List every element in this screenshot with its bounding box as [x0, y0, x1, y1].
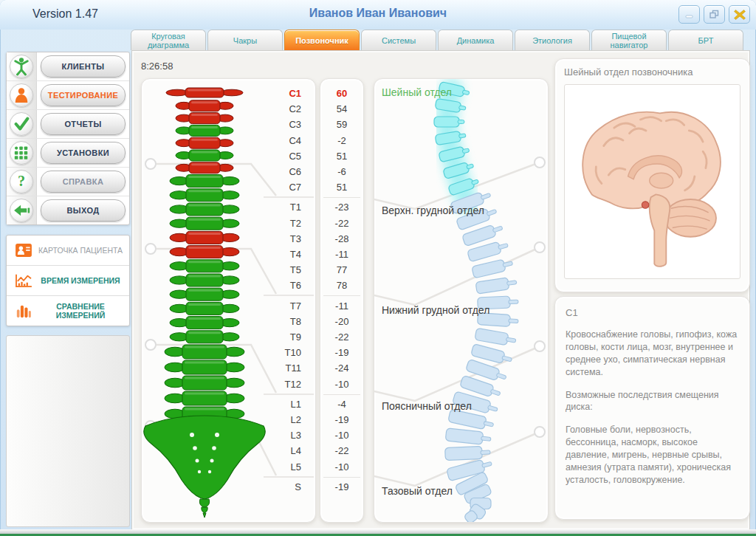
lateral-vertebra [445, 446, 491, 461]
front-vertebra-T9[interactable] [170, 288, 239, 300]
section-label-cervical[interactable]: Шейный отдел [382, 86, 452, 98]
tab-dynamics[interactable]: Динамика [438, 30, 513, 50]
vertebra-label-L5[interactable]: L5 [252, 461, 306, 474]
vertebra-label-T1[interactable]: T1 [252, 201, 306, 214]
settings-button[interactable]: УСТАНОВКИ [41, 142, 126, 164]
front-vertebra-T8[interactable] [170, 274, 239, 286]
front-vertebra-T5[interactable] [170, 231, 239, 244]
section-label-pelvic[interactable]: Тазовый отдел [382, 485, 453, 497]
close-button[interactable] [729, 5, 750, 24]
tab-chakras[interactable]: Чакры [207, 30, 283, 50]
section-label-lumbar[interactable]: Поясничный отдел [382, 400, 472, 412]
lateral-vertebra [472, 258, 514, 278]
lateral-vertebra [434, 117, 464, 127]
vertebra-label-T3[interactable]: T3 [252, 233, 306, 246]
front-vertebra-T6[interactable] [170, 246, 239, 258]
vertebra-label-T5[interactable]: T5 [252, 264, 306, 277]
vertebra-label-T2[interactable]: T2 [252, 217, 306, 230]
vertebra-label-C5[interactable]: C5 [252, 150, 306, 163]
reports-button[interactable]: ОТЧЕТЫ [41, 113, 126, 135]
vertebra-label-T9[interactable]: T9 [252, 331, 306, 344]
front-vertebra-T10[interactable] [170, 302, 239, 315]
testing-button[interactable]: ТЕСТИРОВАНИЕ [41, 84, 126, 106]
vertebra-label-C2[interactable]: C2 [252, 103, 306, 116]
front-vertebra-L3[interactable] [165, 376, 244, 390]
group-separator [323, 295, 360, 296]
front-connector-dot [145, 340, 156, 350]
front-vertebra-L1[interactable] [165, 345, 244, 359]
vertebra-label-T4[interactable]: T4 [252, 248, 306, 261]
front-vertebra-L2[interactable] [165, 360, 244, 374]
sidebar-item-help: ?СПРАВКА [7, 168, 129, 196]
front-vertebra-T12[interactable] [170, 331, 239, 343]
front-vertebra-T2[interactable] [170, 189, 239, 202]
front-vertebra-T4[interactable] [170, 217, 239, 230]
sidebar-item-settings: УСТАНОВКИ [7, 139, 129, 168]
exit-button[interactable]: ВЫХОД [41, 199, 126, 221]
vertebra-label-T8[interactable]: T8 [252, 315, 306, 329]
vertebra-value-L4: -22 [320, 444, 363, 458]
section-info-heading: Шейный отдел позвоночника [564, 66, 740, 78]
minimize-icon [684, 10, 695, 19]
vertebra-label-L3[interactable]: L3 [252, 429, 306, 442]
vertebra-values-panel: 605459-251-651-23-22-28-117778-11-20-22-… [320, 78, 364, 523]
vertebra-label-S[interactable]: S [252, 481, 306, 494]
compare-bars-icon [11, 303, 36, 319]
clients-button[interactable]: КЛИЕНТЫ [41, 55, 126, 78]
vertebra-label-L2[interactable]: L2 [252, 413, 306, 427]
tab-food-navigator[interactable]: Пищевой навигатор [591, 30, 667, 50]
icon-cell [7, 52, 37, 80]
vertebra-label-C4[interactable]: C4 [252, 134, 306, 148]
lateral-vertebra [445, 428, 491, 445]
front-vertebra-C4[interactable] [176, 125, 233, 136]
front-vertebra-L4[interactable] [165, 391, 244, 405]
front-vertebra-C7[interactable] [176, 162, 233, 173]
vertebra-label-T10[interactable]: T10 [252, 346, 306, 360]
front-vertebra-C5[interactable] [176, 137, 233, 148]
front-connector-dot [145, 159, 156, 169]
vertebra-label-L1[interactable]: L1 [252, 398, 306, 411]
section-label-upper-thoracic[interactable]: Верхн. грудной отдел [382, 205, 484, 216]
help-button[interactable]: СПРАВКА [41, 171, 126, 193]
front-vertebra-C2[interactable] [176, 100, 233, 111]
tool-measurement-time[interactable]: ВРЕМЯ ИЗМЕРЕНИЯ [7, 266, 129, 296]
tool-measurement-compare[interactable]: СРАВНЕНИЕ ИЗМЕРЕНИЙ [7, 296, 129, 326]
front-vertebra-C3[interactable] [176, 113, 233, 124]
front-vertebra-C1[interactable] [166, 88, 243, 97]
restore-button[interactable] [704, 5, 725, 24]
vertebra-value-C7: 51 [320, 181, 363, 194]
tab-circle-diagram[interactable]: Круговая диаграмма [131, 30, 206, 50]
front-vertebra-T3[interactable] [170, 203, 239, 216]
tab-spine[interactable]: Позвоночник [284, 30, 360, 50]
patient-card-icon [11, 243, 36, 258]
patient-name: Иванов Иван Иванович [0, 7, 756, 20]
minimize-button[interactable] [678, 5, 700, 24]
front-vertebra-T7[interactable] [170, 260, 239, 272]
timestamp: 8:26:58 [141, 61, 173, 72]
check-icon [10, 112, 33, 136]
lateral-vertebra [475, 276, 518, 294]
vertebra-label-C6[interactable]: C6 [252, 165, 306, 179]
front-sacrum[interactable] [144, 416, 265, 518]
section-label-lower-thoracic[interactable]: Нижний грудной отдел [382, 304, 489, 316]
vertebra-label-T11[interactable]: T11 [252, 362, 306, 375]
tab-etiology[interactable]: Этиология [515, 30, 590, 50]
vertebra-label-T6[interactable]: T6 [252, 279, 306, 292]
tab-brt[interactable]: БРТ [668, 30, 743, 50]
vertebra-label-C1[interactable]: C1 [252, 87, 306, 100]
tool-patient-card[interactable]: КАРТОЧКА ПАЦИЕНТА [7, 236, 129, 266]
vertebra-info-panel: C1 Кровоснабжение головы, гипофиз, кожа … [554, 296, 750, 520]
vertebra-label-C3[interactable]: C3 [252, 118, 306, 131]
testing-person-icon [10, 83, 33, 107]
front-vertebra-T11[interactable] [170, 317, 239, 329]
front-vertebra-T1[interactable] [170, 175, 239, 188]
tab-systems[interactable]: Системы [361, 30, 436, 50]
vertebra-label-C7[interactable]: C7 [252, 181, 306, 194]
vertebra-label-L4[interactable]: L4 [252, 444, 306, 458]
brain-illustration [566, 92, 739, 272]
front-vertebra-C6[interactable] [176, 150, 233, 161]
vertebra-label-T7[interactable]: T7 [252, 300, 306, 313]
icon-cell [7, 110, 37, 138]
lateral-connector-dot [535, 427, 545, 437]
vertebra-label-T12[interactable]: T12 [252, 378, 306, 391]
